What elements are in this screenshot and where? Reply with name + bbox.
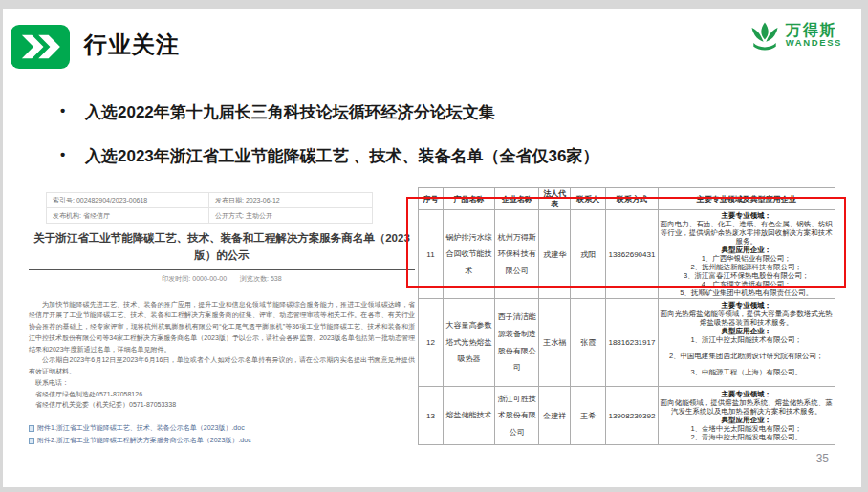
doc-meta-index: 索引号: 002482904/2023-00618 xyxy=(47,193,209,208)
table-row: 13 熔盐储能技术 浙江可胜技术股份有限公司 金建祥 王希 1390823039… xyxy=(419,387,835,445)
cell-contact: 戎阳 xyxy=(571,210,606,299)
cell-legal: 戎建华 xyxy=(539,210,571,299)
doc-paragraph: 公示期自2023年6月12日至2023年6月16日，单位或者个人如对公示名单持有… xyxy=(29,354,415,377)
table-header-row: 序号 产品名称 企业名称 法人代表 联系人 联系方式 主要专业领域及典型应用企业 xyxy=(419,188,835,210)
brand-subname: WANDESS xyxy=(786,38,842,48)
doc-contact-line: 联系电话： xyxy=(29,377,415,389)
cell-contact: 王希 xyxy=(571,387,606,445)
bullet-item: • 入选2022年第十九届长三角科技论坛循环经济分论坛文集 xyxy=(60,101,710,123)
app-item: 2、抚州能达新能源科技有限公司； xyxy=(661,263,834,271)
domain-label: 主要专业领域： xyxy=(661,301,834,310)
app-item: 1、浙江中控太阳能技术有限公司； xyxy=(661,335,834,344)
col-company: 企业名称 xyxy=(495,188,539,210)
bullet-list: • 入选2022年第十九届长三角科技论坛循环经济分论坛文集 • 入选2023年浙… xyxy=(60,101,710,189)
cell-seq: 13 xyxy=(419,387,444,445)
slide: 行业关注 万得斯 WANDESS • 入选2022年第十九届长三角科技论坛循环经… xyxy=(3,9,861,487)
doc-icon xyxy=(29,438,34,444)
col-seq: 序号 xyxy=(419,188,444,210)
bullet-dot: • xyxy=(60,145,85,167)
bullet-dot: • xyxy=(60,101,85,123)
cell-seq: 12 xyxy=(419,299,444,387)
app-item: 5、抚顺矿业集团中机热电有限责任公司。 xyxy=(661,289,834,297)
col-product: 产品名称 xyxy=(444,188,495,210)
doc-subinfo: 印发时间: 0000-00-00 浏览次数: 538 xyxy=(29,274,415,284)
fast-forward-icon xyxy=(11,25,70,69)
apps-label: 典型应用企业： xyxy=(661,246,834,254)
cell-company: 浙江可胜技术股份有限公司 xyxy=(495,387,539,445)
col-legal: 法人代表 xyxy=(539,188,571,210)
page-title: 行业关注 xyxy=(84,30,180,60)
leaf-icon xyxy=(748,18,782,53)
attachment-link[interactable]: 附件1.浙江省工业节能降碳工艺、技术、装备公示名单（2023版）.doc xyxy=(29,423,415,433)
cell-product: 大容量高参数塔式光热熔盐吸热器 xyxy=(444,299,495,387)
domain-label: 主要专业领域： xyxy=(661,211,834,220)
cell-phone: 13862690431 xyxy=(606,210,658,299)
cell-contact: 张霞 xyxy=(571,299,606,387)
cell-phone: 18816231917 xyxy=(606,299,658,387)
col-domain: 主要专业领域及典型应用企业 xyxy=(658,188,835,210)
apps-label: 典型应用企业： xyxy=(661,416,834,424)
double-chevron-icon xyxy=(14,28,66,66)
cell-legal: 金建祥 xyxy=(539,387,571,445)
domain-text: 面向储能领域，提供熔盐加热系统、熔盐储热系统、蒸汽发生系统以及电加热器解决方案和… xyxy=(661,398,834,416)
apps-label: 典型应用企业： xyxy=(661,327,834,335)
document-panel: 索引号: 002482904/2023-00618 发布日期: 2023-06-… xyxy=(29,192,415,445)
attachment-label: 附件1.浙江省工业节能降碳工艺、技术、装备公示名单（2023版）.doc xyxy=(37,423,245,433)
cell-legal: 王水福 xyxy=(539,299,571,387)
app-item: 3、浙江富春江环保热电股份有限公司； xyxy=(661,271,834,280)
table-row: 12 大容量高参数塔式光热熔盐吸热器 西子清洁能源装备制造股份有限公司 王水福 … xyxy=(419,299,835,387)
bullet-item: • 入选2023年浙江省工业节能降碳工艺 、技术、装备名单（全省仅36家） xyxy=(60,145,710,167)
bullet-text: 入选2023年浙江省工业节能降碳工艺 、技术、装备名单（全省仅36家） xyxy=(85,145,598,167)
cell-phone: 13908230392 xyxy=(606,387,658,445)
page-number: 35 xyxy=(816,452,829,465)
cell-domain-detail: 主要专业领域： 面向电力、石油、化工、造纸、有色金属、钢铁、纺织等行业，提供锅炉… xyxy=(658,210,835,299)
doc-paragraph: 为加快节能降碳先进工艺、技术、装备的推广应用，提升工业和信息化领域节能降碳综合服… xyxy=(29,299,415,355)
doc-contact-line: 省经信厅机关党委（机关纪委）0571-87053338 xyxy=(29,399,415,411)
cell-product: 熔盐储能技术 xyxy=(444,387,495,445)
brand-name: 万得斯 xyxy=(786,23,842,39)
cell-company: 西子清洁能源装备制造股份有限公司 xyxy=(495,299,539,387)
app-item: 2、青海中控太阳能发电有限公司。 xyxy=(661,433,834,441)
attachment-link[interactable]: 附件2.浙江省工业节能降碳工程解决方案服务商公示名单（2023版）.doc xyxy=(29,436,415,445)
domain-label: 主要专业领域： xyxy=(661,390,834,398)
brand-logo: 万得斯 WANDESS xyxy=(748,18,842,53)
doc-icon xyxy=(29,425,34,432)
app-item: 2、中国电建集团西北勘测设计研究院有限公司； xyxy=(661,352,834,360)
doc-divider xyxy=(29,269,415,270)
doc-meta-table: 索引号: 002482904/2023-00618 发布日期: 2023-06-… xyxy=(46,192,373,224)
doc-meta-method: 公开方式: 主动公开 xyxy=(209,208,373,224)
cell-domain-detail: 主要专业领域： 面向储能领域，提供熔盐加热系统、熔盐储热系统、蒸汽发生系统以及电… xyxy=(658,387,835,445)
cell-seq: 11 xyxy=(419,210,444,299)
cell-product: 锅炉排污水综合回收节能技术 xyxy=(444,210,495,299)
doc-body: 为加快节能降碳先进工艺、技术、装备的推广应用，提升工业和信息化领域节能降碳综合服… xyxy=(29,299,415,412)
industry-table: 序号 产品名称 企业名称 法人代表 联系人 联系方式 主要专业领域及典型应用企业… xyxy=(418,187,835,445)
cell-domain-detail: 主要专业领域： 面向光热熔盐储能等领域，提供大容量高参数塔式光热熔盐吸热器装置和… xyxy=(658,299,835,387)
domain-text: 面向光热熔盐储能等领域，提供大容量高参数塔式光热熔盐吸热器装置和技术服务。 xyxy=(661,310,834,327)
table-row: 11 锅炉排污水综合回收节能技术 杭州万得斯环保科技有限公司 戎建华 戎阳 13… xyxy=(419,210,835,299)
app-item: 1、金塔中光太阳能发电有限公司； xyxy=(661,424,834,433)
app-item: 4、广东理文造纸有限公司； xyxy=(661,280,834,289)
bullet-text: 入选2022年第十九届长三角科技论坛循环经济分论坛文集 xyxy=(85,101,495,123)
doc-meta-org: 发布机构: 省经信厅 xyxy=(47,208,209,224)
domain-text: 面向电力、石油、化工、造纸、有色金属、钢铁、纺织等行业，提供锅炉余热废水零排放回… xyxy=(661,220,834,246)
col-phone: 联系方式 xyxy=(606,188,658,210)
cell-company: 杭州万得斯环保科技有限公司 xyxy=(495,210,539,299)
attachment-label: 附件2.浙江省工业节能降碳工程解决方案服务商公示名单（2023版）.doc xyxy=(37,436,251,445)
app-item: 1、广西华银铝业有限公司； xyxy=(661,254,834,263)
doc-attachments: 附件1.浙江省工业节能降碳工艺、技术、装备公示名单（2023版）.doc 附件2… xyxy=(29,423,415,445)
doc-title: 关于浙江省工业节能降碳工艺、技术、装备和工程解决方案服务商名单（2023版）的公… xyxy=(29,230,415,265)
col-contact: 联系人 xyxy=(571,188,606,210)
doc-meta-date: 发布日期: 2023-06-12 xyxy=(209,193,373,208)
app-item: 3、中能源工程（上海）有限公司。 xyxy=(661,368,834,376)
industry-table-wrap: 序号 产品名称 企业名称 法人代表 联系人 联系方式 主要专业领域及典型应用企业… xyxy=(418,187,835,445)
doc-contact-line: 省经信厅绿色制造处0571-87058126 xyxy=(29,389,415,400)
